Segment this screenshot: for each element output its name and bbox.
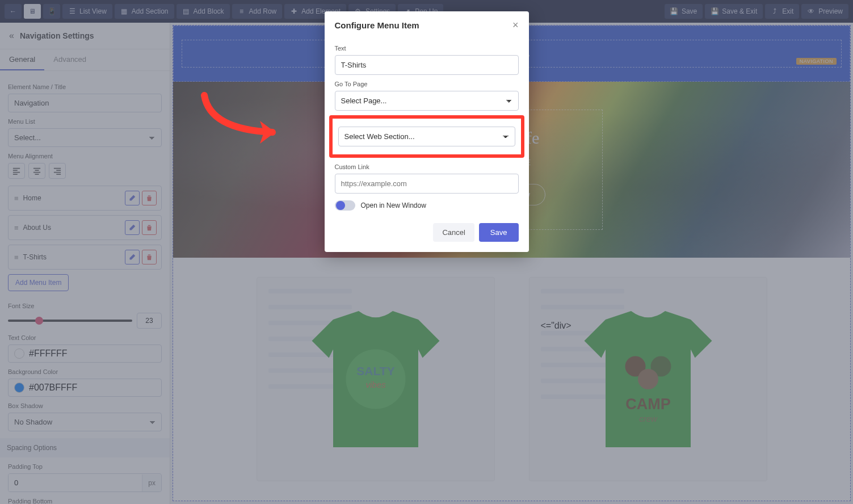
cancel-button[interactable]: Cancel xyxy=(433,223,474,242)
highlight-annotation: Select Web Section... xyxy=(329,115,524,158)
modal-title: Configure Menu Item xyxy=(335,20,419,30)
modal-close-button[interactable]: × xyxy=(512,19,519,31)
text-input[interactable] xyxy=(335,55,519,75)
custom-link-label: Custom Link xyxy=(335,163,519,170)
web-section-select[interactable]: Select Web Section... xyxy=(338,127,515,146)
text-label: Text xyxy=(335,45,519,52)
open-new-window-row: Open in New Window xyxy=(335,200,519,211)
open-new-window-label: Open in New Window xyxy=(361,201,426,209)
goto-page-select[interactable]: Select Page... xyxy=(335,91,519,111)
configure-menu-item-modal: Configure Menu Item × Text Go To Page Se… xyxy=(325,11,529,252)
save-button[interactable]: Save xyxy=(479,223,519,242)
modal-footer: Cancel Save xyxy=(325,216,529,252)
modal-body: Text Go To Page Select Page... Select We… xyxy=(325,45,529,216)
custom-link-input[interactable] xyxy=(335,174,519,194)
open-new-window-toggle[interactable] xyxy=(335,200,355,211)
modal-header: Configure Menu Item × xyxy=(325,11,529,39)
goto-page-label: Go To Page xyxy=(335,81,519,87)
